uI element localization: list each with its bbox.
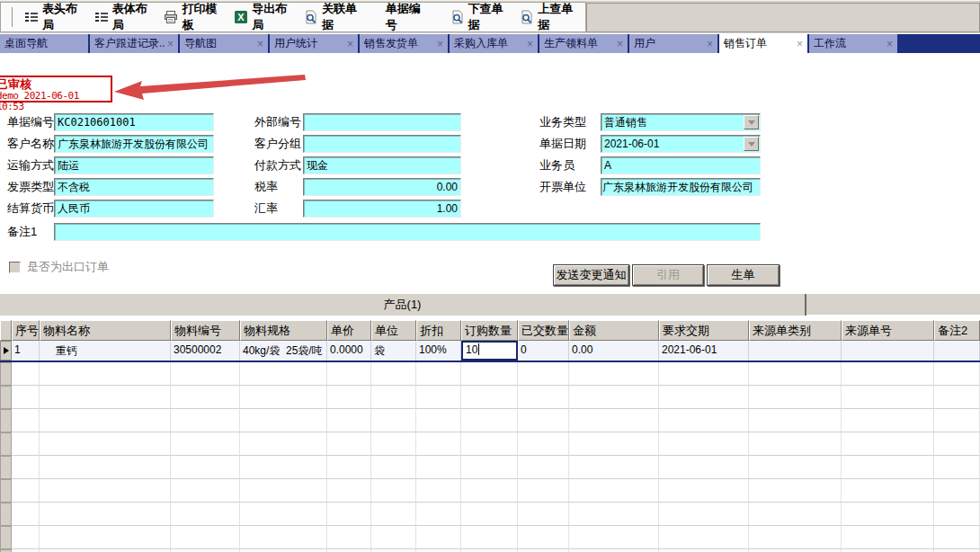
cell-material-no[interactable]: 30500002 (171, 341, 240, 361)
doc-date-select[interactable]: 2021-06-01 (601, 135, 761, 153)
column-header[interactable]: 序号 (12, 320, 40, 341)
row-selector-cell (0, 409, 12, 432)
toolbar: 表头布局 表体布局 打印模板 X 导出布局 (0, 2, 586, 32)
business-type-select[interactable]: 普通销售 (601, 113, 761, 131)
tab-desktop-nav[interactable]: 桌面导航 (0, 34, 90, 53)
customer-name-field[interactable]: 广东泉林旅游开发股份有限公司 (54, 135, 214, 153)
related-docs-button[interactable]: 关联单据 (299, 0, 370, 36)
body-layout-button[interactable]: 表体布局 (90, 0, 160, 36)
column-header[interactable]: 物料规格 (240, 320, 327, 341)
quote-button[interactable]: 引用 (632, 264, 704, 286)
drill-up-button[interactable]: 上查单据 (515, 0, 585, 36)
billing-unit-field[interactable]: 广东泉林旅游开发股份有限公司 (601, 178, 761, 196)
send-change-notice-button[interactable]: 发送变更通知 (553, 264, 629, 286)
column-header[interactable]: 物料编号 (171, 320, 240, 341)
doc-date-value: 2021-06-01 (604, 138, 659, 150)
close-icon[interactable]: × (167, 39, 174, 49)
exchange-rate-field[interactable]: 1.00 (303, 200, 461, 218)
close-icon[interactable]: × (707, 39, 713, 49)
order-qty-edit-cell[interactable]: 10 (461, 341, 518, 361)
payment-method-field[interactable]: 现金 (303, 156, 461, 174)
export-order-checkbox[interactable] (9, 262, 21, 273)
tab-sales-delivery[interactable]: 销售发货单× (360, 34, 450, 53)
invoice-type-field[interactable]: 不含税 (54, 178, 214, 196)
close-icon[interactable]: × (617, 39, 623, 49)
close-icon[interactable]: × (347, 39, 353, 49)
empty-cell (240, 362, 327, 386)
column-header[interactable]: 单位 (371, 320, 416, 341)
chevron-down-icon[interactable] (744, 115, 759, 129)
close-icon[interactable]: × (437, 39, 443, 49)
close-icon[interactable]: × (257, 39, 263, 49)
cell-amount[interactable]: 0.00 (569, 341, 659, 361)
close-icon[interactable]: × (797, 39, 803, 49)
empty-cell (659, 386, 749, 409)
cell-remark2[interactable] (934, 341, 980, 361)
transport-mode-field[interactable]: 陆运 (54, 156, 214, 174)
tab-sales-order[interactable]: 销售订单× (719, 34, 809, 53)
empty-cell (461, 362, 518, 386)
close-icon[interactable]: × (527, 39, 533, 49)
empty-cell (749, 479, 842, 503)
business-type-label: 业务类型 (539, 113, 586, 131)
tab-products[interactable]: 产品(1) (0, 294, 806, 316)
column-header[interactable]: 折扣 (416, 320, 461, 341)
tax-rate-field[interactable]: 0.00 (303, 178, 461, 196)
empty-cell (749, 456, 842, 479)
empty-grid-row[interactable] (0, 432, 980, 456)
doc-no-field[interactable]: KC0210601001 (54, 113, 214, 131)
generate-doc-button[interactable]: 生单 (707, 264, 780, 286)
empty-grid-row[interactable] (0, 362, 980, 386)
cell-required-date[interactable]: 2021-06-01 (659, 341, 749, 361)
salesman-field[interactable]: A (601, 156, 761, 174)
cell-discount[interactable]: 100% (416, 341, 461, 361)
table-row[interactable]: 1 重钙 30500002 40kg/袋 25袋/吨 0.0000 袋 100%… (0, 341, 980, 362)
empty-grid-row[interactable] (0, 409, 980, 432)
empty-cell (12, 479, 40, 503)
column-header[interactable]: 来源单类别 (749, 320, 842, 341)
settle-currency-label: 结算货币 (7, 200, 54, 218)
cell-unit-price[interactable]: 0.0000 (327, 341, 371, 361)
empty-grid-row[interactable] (0, 526, 980, 549)
empty-grid-row[interactable] (0, 386, 980, 409)
export-layout-button[interactable]: X 导出布局 (229, 0, 299, 36)
cell-material-name[interactable]: 重钙 (40, 341, 171, 361)
tab-user-stats[interactable]: 用户统计× (270, 34, 360, 53)
remark1-field[interactable] (54, 223, 761, 241)
column-header[interactable]: 已交数量 (518, 320, 569, 341)
column-header[interactable]: 来源单号 (842, 320, 934, 341)
empty-grid-row[interactable] (0, 456, 980, 479)
header-layout-button[interactable]: 表头布局 (20, 0, 90, 36)
export-order-row: 是否为出口订单 (9, 259, 109, 275)
tab-production-picking[interactable]: 生产领料单× (539, 34, 629, 53)
drill-down-button[interactable]: 下查单据 (446, 0, 516, 36)
tab-customer-followup[interactable]: 客户跟进记录..× (90, 34, 180, 53)
chevron-down-icon[interactable] (744, 137, 759, 151)
customer-group-field[interactable] (303, 135, 461, 153)
tab-nav-map[interactable]: 导航图× (180, 34, 270, 53)
order-lines-grid: 序号 物料名称 物料编号 物料规格 单价 单位 折扣 订购数量 已交数量 金额 … (0, 320, 980, 552)
column-header[interactable]: 物料名称 (40, 320, 171, 341)
cell-source-type[interactable] (749, 341, 842, 361)
tab-users[interactable]: 用户× (629, 34, 719, 53)
cell-seq[interactable]: 1 (12, 341, 40, 361)
column-header[interactable]: 单价 (327, 320, 371, 341)
cell-source-no[interactable] (842, 341, 934, 361)
tab-purchase-inbound[interactable]: 采购入库单× (450, 34, 539, 53)
settle-currency-field[interactable]: 人民币 (54, 200, 214, 218)
cell-unit[interactable]: 袋 (371, 341, 416, 361)
column-header[interactable]: 金额 (569, 320, 659, 341)
doc-number-button[interactable]: 单据编号 (370, 0, 446, 36)
cell-spec[interactable]: 40kg/袋 25袋/吨 (240, 341, 327, 361)
empty-grid-row[interactable] (0, 479, 980, 503)
tab-workflow[interactable]: 工作流× (809, 34, 899, 53)
print-template-button[interactable]: 打印模板 (159, 0, 229, 36)
column-header[interactable]: 订购数量 (461, 320, 518, 341)
external-no-field[interactable] (303, 113, 461, 131)
close-icon[interactable]: × (886, 39, 893, 49)
empty-cell (842, 432, 934, 456)
empty-grid-row[interactable] (0, 503, 980, 526)
cell-delivered-qty[interactable]: 0 (518, 341, 569, 361)
column-header[interactable]: 备注2 (934, 320, 980, 341)
column-header[interactable]: 要求交期 (659, 320, 749, 341)
